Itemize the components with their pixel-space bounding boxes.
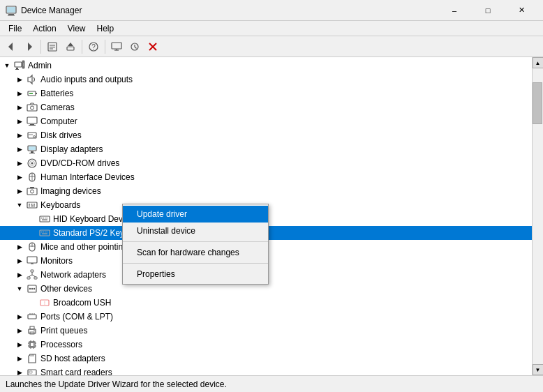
- tree-item-sd[interactable]: ▶ SD host adapters: [0, 352, 532, 365]
- tree-item-imaging[interactable]: ▶ Imaging devices: [0, 184, 532, 198]
- minimize-button[interactable]: –: [438, 0, 470, 21]
- svg-rect-10: [67, 47, 74, 50]
- menu-action[interactable]: Action: [27, 21, 61, 36]
- expand-other[interactable]: ▼: [14, 283, 25, 294]
- tree-item-batteries[interactable]: ▶ Batteries: [0, 86, 532, 100]
- expand-print[interactable]: ▶: [14, 325, 25, 336]
- menu-help[interactable]: Help: [91, 21, 120, 36]
- context-menu-scan[interactable]: Scan for hardware changes: [123, 244, 268, 261]
- expand-imaging[interactable]: ▶: [14, 186, 25, 197]
- disk-icon: [27, 130, 38, 141]
- close-button[interactable]: ✕: [505, 0, 537, 21]
- expand-monitors[interactable]: ▶: [14, 255, 25, 266]
- tree-item-hid[interactable]: ▶ Human Interface Devices: [0, 170, 532, 184]
- svg-rect-66: [47, 232, 48, 232]
- device-tree[interactable]: ▼ Admin ▶ Audio inputs an: [0, 57, 532, 375]
- tree-item-display[interactable]: ▶ Display adapters: [0, 142, 532, 156]
- admin-icon: [14, 60, 25, 71]
- update-driver-button[interactable]: [62, 38, 79, 55]
- svg-rect-2: [8, 15, 15, 15]
- expand-batteries[interactable]: ▶: [14, 88, 25, 99]
- context-menu-update-driver[interactable]: Update driver: [123, 206, 268, 223]
- keyboards-label: Keyboards: [39, 200, 80, 210]
- expand-network[interactable]: ▶: [14, 269, 25, 280]
- maximize-button[interactable]: □: [472, 0, 504, 21]
- svg-rect-71: [27, 257, 37, 263]
- properties-button[interactable]: [44, 38, 61, 55]
- tree-item-dvd[interactable]: ▶ DVD/CD-ROM drives: [0, 156, 532, 170]
- audio-label: Audio inputs and outputs: [39, 75, 133, 84]
- context-menu-sep-1: [123, 241, 268, 242]
- expand-sd[interactable]: ▶: [14, 353, 25, 364]
- forward-button[interactable]: [21, 38, 38, 55]
- svg-rect-58: [43, 218, 45, 218]
- svg-rect-90: [29, 329, 36, 333]
- scrollbar[interactable]: ▲ ▼: [532, 57, 543, 375]
- svg-rect-57: [41, 218, 43, 218]
- tree-item-processors[interactable]: ▶ Processors: [0, 338, 532, 352]
- tree-item-broadcom[interactable]: ! Broadcom USH: [0, 296, 532, 310]
- expand-cameras[interactable]: ▶: [14, 102, 25, 113]
- context-menu-uninstall[interactable]: Uninstall device: [123, 223, 268, 239]
- expand-hid[interactable]: ▶: [14, 172, 25, 183]
- scan-button[interactable]: [126, 38, 143, 55]
- svg-point-34: [34, 136, 36, 138]
- tree-item-disk[interactable]: ▶ Disk drives: [0, 128, 532, 142]
- svg-point-41: [31, 163, 34, 165]
- expand-mice[interactable]: ▶: [14, 241, 25, 252]
- tree-item-computer[interactable]: ▶ Computer: [0, 114, 532, 128]
- tree-item-admin[interactable]: ▼ Admin: [0, 59, 532, 73]
- svg-rect-54: [31, 206, 34, 207]
- window-controls: – □ ✕: [438, 0, 537, 21]
- context-menu-properties[interactable]: Properties: [123, 266, 268, 282]
- monitor-button[interactable]: [108, 38, 125, 55]
- hid-keyboard-icon: [39, 213, 50, 225]
- scroll-up-button[interactable]: ▲: [533, 57, 544, 68]
- svg-rect-59: [45, 218, 46, 218]
- network-icon: [27, 269, 38, 280]
- back-button[interactable]: [3, 38, 20, 55]
- expand-smartcard[interactable]: ▶: [14, 367, 25, 375]
- svg-line-78: [29, 275, 32, 277]
- svg-rect-52: [34, 204, 35, 205]
- expand-disk[interactable]: ▶: [14, 130, 25, 141]
- expand-computer[interactable]: ▶: [14, 116, 25, 127]
- expand-audio[interactable]: ▶: [14, 74, 25, 85]
- svg-rect-63: [41, 232, 43, 232]
- tree-item-cameras[interactable]: ▶ Cameras: [0, 100, 532, 114]
- tree-item-audio[interactable]: ▶ Audio inputs and outputs: [0, 73, 532, 86]
- svg-rect-91: [30, 326, 34, 329]
- svg-rect-62: [40, 230, 50, 236]
- keyboards-icon: [27, 199, 38, 211]
- svg-point-81: [29, 288, 31, 289]
- context-menu: Update driver Uninstall device Scan for …: [122, 204, 269, 285]
- menu-view[interactable]: View: [62, 21, 91, 36]
- expand-processors[interactable]: ▶: [14, 339, 25, 350]
- svg-point-82: [31, 288, 33, 289]
- svg-marker-5: [28, 43, 32, 51]
- tree-item-ports[interactable]: ▶ Ports (COM & LPT): [0, 310, 532, 324]
- scroll-thumb[interactable]: [533, 82, 542, 124]
- svg-rect-95: [31, 343, 34, 347]
- tree-item-smartcard[interactable]: ▶ Smart card readers: [0, 365, 532, 375]
- expand-ports[interactable]: ▶: [14, 311, 25, 322]
- remove-device-button[interactable]: [144, 38, 161, 55]
- svg-rect-28: [27, 105, 37, 111]
- svg-line-79: [32, 275, 36, 277]
- monitors-icon: [27, 255, 38, 266]
- expand-admin[interactable]: ▼: [1, 60, 13, 71]
- scroll-down-button[interactable]: ▼: [533, 364, 544, 375]
- hid-icon: [27, 172, 38, 183]
- smartcard-icon: [27, 367, 38, 375]
- expand-dvd[interactable]: ▶: [14, 158, 25, 169]
- expand-keyboards[interactable]: ▼: [14, 199, 25, 211]
- tree-item-print[interactable]: ▶ Print queues: [0, 324, 532, 338]
- imaging-icon: [27, 186, 38, 197]
- menu-file[interactable]: File: [3, 21, 27, 36]
- toolbar-sep-3: [105, 40, 105, 54]
- svg-rect-53: [29, 206, 30, 207]
- expand-display[interactable]: ▶: [14, 144, 25, 155]
- help-button[interactable]: ?: [85, 38, 102, 55]
- svg-rect-109: [29, 371, 32, 373]
- toolbar-sep-2: [82, 40, 82, 54]
